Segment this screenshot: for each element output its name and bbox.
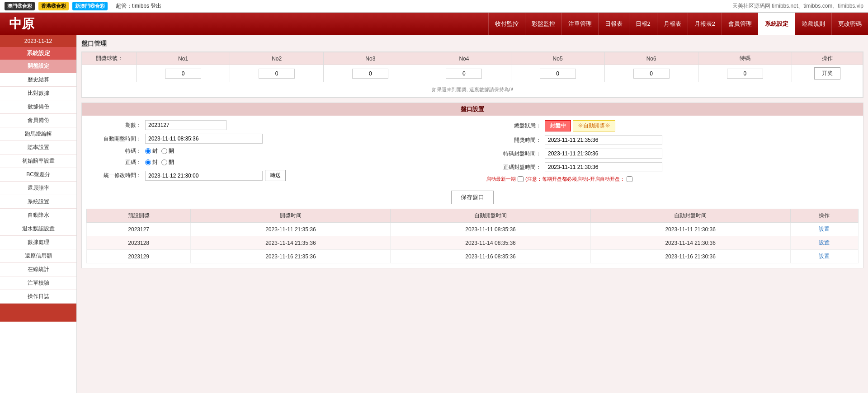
qi-label: 期數： [86, 122, 145, 129]
upcoming-row: 2023129 2023-11-16 21:35:36 2023-11-16 0… [87, 250, 859, 263]
sidebar-item-huanyuan[interactable]: 還原賠率 [0, 182, 76, 195]
plate-right: 總盤狀態： 封盤中 ※自動開獎※ 開獎時間： 特碼封盤時間： [486, 120, 859, 186]
nav-huiyuan[interactable]: 會員管理 [722, 13, 758, 35]
tag-hongkong[interactable]: 香港⑥合彩 [38, 2, 69, 10]
upcoming-open-time: 2023-11-16 21:35:36 [191, 250, 391, 263]
upcoming-auto-close: 2023-11-11 21:30:36 [590, 223, 790, 236]
upcoming-table: 預設開獎 開獎时间 自動開盤时间 自動封盤时间 操作 2023127 2023-… [86, 209, 859, 263]
positive-row: 正碼： 封 開 [86, 159, 459, 166]
special-kai-label[interactable]: 開 [161, 147, 174, 155]
upcoming-action-cell: 設置 [790, 236, 858, 250]
plate-two-col: 期數： 自動開盤時間： 特碼： 封 開 [86, 120, 859, 186]
nav-yuebiao[interactable]: 月報表 [657, 13, 688, 35]
total-status-label: 總盤狀態： [486, 122, 545, 130]
tag-newmacau[interactable]: 新澳門⑥合彩 [72, 2, 108, 10]
status-badge-auto: ※自動開獎※ [573, 120, 615, 131]
sidebar-item-kaipan[interactable]: 開盤設定 [0, 60, 76, 73]
open-time-label: 開獎時間： [486, 136, 545, 144]
nav-zhuzhan[interactable]: 注單管理 [561, 13, 598, 35]
ball-no3-input[interactable] [352, 69, 388, 79]
unified-label: 統一修改時間： [86, 172, 145, 179]
sidebar-item-rizhilog[interactable]: 操作日誌 [0, 290, 76, 304]
open-time-input[interactable] [545, 135, 662, 145]
positive-kai-label[interactable]: 開 [161, 159, 174, 166]
positive-feng-radio[interactable] [145, 159, 151, 165]
sidebar-item-peilv[interactable]: 賠率設置 [0, 141, 76, 154]
positive-kai-radio[interactable] [161, 159, 167, 165]
upcoming-qi: 2023129 [87, 250, 191, 263]
note-text: 启动最新一期 [486, 176, 516, 182]
ball-no5-cell [511, 65, 604, 82]
upcoming-set-button[interactable]: 設置 [819, 253, 830, 260]
logo: 中原 [0, 15, 54, 33]
sidebar-item-zhuzhan[interactable]: 注單校驗 [0, 276, 76, 290]
upcoming-set-button[interactable]: 設置 [819, 239, 830, 247]
nav-youxi[interactable]: 遊戲規則 [795, 13, 831, 35]
ball-no2-input[interactable] [259, 69, 295, 79]
sidebar-item-bc[interactable]: BC盤差分 [0, 168, 76, 182]
special-close-input[interactable] [545, 149, 662, 159]
ball-no3-cell [324, 65, 417, 82]
upcoming-open-time: 2023-11-11 21:35:36 [191, 223, 391, 236]
auto-open-row: 自動開盤時間： [86, 134, 459, 144]
save-button[interactable]: 保存盤口 [451, 191, 494, 204]
col-label: 開獎球號： [82, 52, 137, 65]
special-feng-label[interactable]: 封 [145, 147, 158, 155]
nav-mima[interactable]: 更改密碼 [831, 13, 868, 35]
nav-ribiao[interactable]: 日報表 [598, 13, 629, 35]
sidebar-item-jiangshui[interactable]: 自動降水 [0, 209, 76, 222]
col-no5: No5 [511, 52, 604, 65]
admin-text: 超管：timibbs 登出 [116, 2, 161, 10]
nav-ri2[interactable]: 日報2 [629, 13, 657, 35]
ball-no4-input[interactable] [446, 69, 482, 79]
top-bar: 澳門⑥合彩 香港⑥合彩 新澳門⑥合彩 超管：timibbs 登出 天美社区源码网… [0, 0, 868, 13]
ball-tema-input[interactable] [727, 69, 763, 79]
special-radio-group: 封 開 [145, 147, 174, 155]
positive-close-input[interactable] [545, 162, 662, 172]
sidebar-item-lishi[interactable]: 歷史結算 [0, 73, 76, 87]
open-time-row: 開獎時間： [486, 135, 859, 145]
kaijang-button[interactable]: 开奖 [814, 67, 840, 80]
plate-settings-card: 盤口設置 期數： 自動開盤時間： 特碼： [81, 103, 863, 268]
qi-input[interactable] [145, 120, 226, 130]
sidebar-item-huiyuanbeifen[interactable]: 會員備份 [0, 114, 76, 127]
auto-open-input[interactable] [145, 134, 263, 144]
tag-macau[interactable]: 澳門⑥合彩 [5, 2, 35, 10]
nav-xitong[interactable]: 系統設定 [758, 13, 795, 35]
ball-no6-input[interactable] [633, 69, 670, 79]
sidebar-item-zaixian[interactable]: 在線統計 [0, 263, 76, 276]
transfer-button[interactable]: 轉送 [265, 170, 286, 181]
upcoming-set-button[interactable]: 設置 [819, 225, 830, 233]
nav-shoufu[interactable]: 收付監控 [488, 13, 525, 35]
special-feng-radio[interactable] [145, 148, 151, 154]
auto-open-checkbox[interactable] [627, 176, 632, 182]
col-action: 操作 [792, 52, 863, 65]
nav-caipan[interactable]: 彩盤監控 [525, 13, 561, 35]
plate-left: 期數： 自動開盤時間： 特碼： 封 開 [86, 120, 459, 186]
sidebar-item-shujuchuli[interactable]: 數據處理 [0, 236, 76, 249]
upcoming-col-qi: 預設開獎 [87, 209, 191, 223]
upcoming-col-open: 開獎时间 [191, 209, 391, 223]
upcoming-col-action: 操作 [790, 209, 858, 223]
sidebar-item-bidui[interactable]: 比對數據 [0, 87, 76, 100]
sidebar-footer [0, 304, 76, 322]
col-no6: No6 [604, 52, 698, 65]
ball-no1-input[interactable] [165, 69, 201, 79]
sidebar-item-paoma[interactable]: 跑馬燈編輯 [0, 127, 76, 141]
positive-feng-label[interactable]: 封 [145, 159, 158, 166]
sidebar-item-chushi[interactable]: 初始賠率設置 [0, 154, 76, 168]
sidebar-item-shujubeifen[interactable]: 數據備份 [0, 100, 76, 114]
nav-yue2[interactable]: 月報表2 [688, 13, 722, 35]
ball-no5-input[interactable] [540, 69, 576, 79]
sidebar-item-xinyonge[interactable]: 還原信用額 [0, 249, 76, 263]
special-kai-radio[interactable] [161, 148, 167, 154]
save-row: 保存盤口 [86, 191, 859, 204]
latest-checkbox[interactable] [518, 176, 524, 182]
sidebar-item-xitong[interactable]: 系統設置 [0, 195, 76, 209]
ball-no2-cell [230, 65, 324, 82]
sidebar-item-tuishui[interactable]: 退水默認設置 [0, 222, 76, 236]
unified-time-input[interactable] [145, 171, 263, 181]
unified-row: 統一修改時間： 轉送 [86, 170, 459, 181]
note-row: 启动最新一期 (注意：每期开盘都必须启动)-开启自动开盘： [486, 176, 859, 182]
col-no4: No4 [417, 52, 511, 65]
